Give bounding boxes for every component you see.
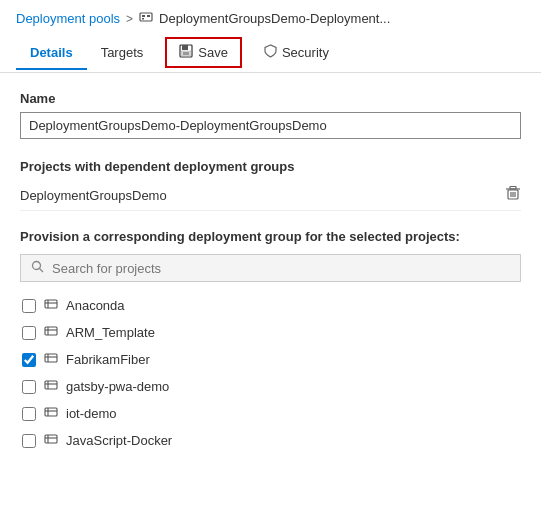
tab-security[interactable]: Security xyxy=(250,36,343,69)
svg-rect-31 xyxy=(45,435,57,443)
svg-rect-16 xyxy=(45,300,57,308)
svg-rect-7 xyxy=(183,52,189,55)
project-icon-gatsby xyxy=(44,378,58,395)
svg-point-14 xyxy=(33,262,41,270)
project-label-arm-template: ARM_Template xyxy=(66,325,155,340)
name-field-container: Name xyxy=(20,91,521,139)
name-input[interactable] xyxy=(20,112,521,139)
checkbox-gatsby[interactable] xyxy=(22,380,36,394)
svg-rect-13 xyxy=(510,187,516,190)
svg-rect-28 xyxy=(45,408,57,416)
checkbox-anaconda[interactable] xyxy=(22,299,36,313)
breadcrumb-link[interactable]: Deployment pools xyxy=(16,11,120,26)
shield-icon xyxy=(264,44,277,61)
checkbox-javascript-docker[interactable] xyxy=(22,434,36,448)
dependent-project-name: DeploymentGroupsDemo xyxy=(20,188,167,203)
project-label-anaconda: Anaconda xyxy=(66,298,125,313)
delete-project-icon[interactable] xyxy=(505,185,521,205)
project-icon-fabrikamfiber xyxy=(44,351,58,368)
provision-label: Provision a corresponding deployment gro… xyxy=(20,229,521,244)
content-area: Name Projects with dependent deployment … xyxy=(0,73,541,472)
project-icon-arm-template xyxy=(44,324,58,341)
svg-rect-3 xyxy=(142,18,144,20)
checkbox-fabrikamfiber[interactable] xyxy=(22,353,36,367)
tab-details-label: Details xyxy=(30,45,73,60)
dependent-projects-label: Projects with dependent deployment group… xyxy=(20,159,521,174)
breadcrumb-separator: > xyxy=(126,12,133,26)
svg-rect-5 xyxy=(182,45,188,50)
project-item-anaconda: Anaconda xyxy=(20,292,521,319)
project-icon-iot-demo xyxy=(44,405,58,422)
svg-rect-0 xyxy=(140,13,152,21)
tab-details[interactable]: Details xyxy=(16,37,87,70)
tab-targets[interactable]: Targets xyxy=(87,37,158,70)
checkbox-arm-template[interactable] xyxy=(22,326,36,340)
project-item-iot-demo: iot-demo xyxy=(20,400,521,427)
project-icon-anaconda xyxy=(44,297,58,314)
save-button[interactable]: Save xyxy=(165,37,242,68)
project-label-fabrikamfiber: FabrikamFiber xyxy=(66,352,150,367)
svg-rect-2 xyxy=(147,15,150,17)
search-icon xyxy=(31,260,44,276)
project-label-gatsby: gatsby-pwa-demo xyxy=(66,379,169,394)
checkbox-iot-demo[interactable] xyxy=(22,407,36,421)
breadcrumb-current: DeploymentGroupsDemo-Deployment... xyxy=(159,11,390,26)
deployment-pools-icon xyxy=(139,10,153,27)
name-label: Name xyxy=(20,91,521,106)
svg-rect-19 xyxy=(45,327,57,335)
search-input[interactable] xyxy=(52,261,510,276)
project-item-gatsby: gatsby-pwa-demo xyxy=(20,373,521,400)
tab-targets-label: Targets xyxy=(101,45,144,60)
dependent-project-row: DeploymentGroupsDemo xyxy=(20,180,521,211)
save-disk-icon xyxy=(179,44,193,61)
save-label: Save xyxy=(198,45,228,60)
project-icon-javascript-docker xyxy=(44,432,58,449)
svg-line-15 xyxy=(40,269,44,273)
svg-rect-22 xyxy=(45,354,57,362)
tab-bar: Details Targets Save Security xyxy=(0,33,541,73)
project-list: Anaconda ARM_Template xyxy=(20,292,521,454)
search-box xyxy=(20,254,521,282)
project-label-javascript-docker: JavaScript-Docker xyxy=(66,433,172,448)
project-item-javascript-docker: JavaScript-Docker xyxy=(20,427,521,454)
tab-security-label: Security xyxy=(282,45,329,60)
breadcrumb: Deployment pools > DeploymentGroupsDemo-… xyxy=(0,0,541,33)
svg-rect-25 xyxy=(45,381,57,389)
project-label-iot-demo: iot-demo xyxy=(66,406,117,421)
project-item-fabrikamfiber: FabrikamFiber xyxy=(20,346,521,373)
svg-rect-1 xyxy=(142,15,145,17)
project-item-arm-template: ARM_Template xyxy=(20,319,521,346)
